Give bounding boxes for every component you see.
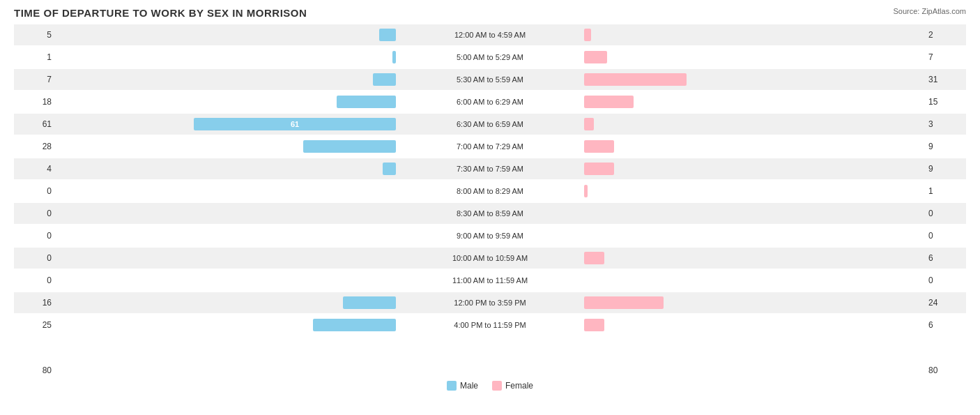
bars-area: 7:00 AM to 7:29 AM [56,136,924,157]
bars-area: 12:00 AM to 4:59 AM [56,24,924,45]
bars-area: 4:00 PM to 11:59 PM [56,315,924,335]
female-value: 6 [924,320,966,330]
source-text: Source: ZipAtlas.com [893,7,966,15]
time-label: 10:00 AM to 10:59 AM [452,254,528,262]
time-label: 8:00 AM to 8:29 AM [457,187,523,195]
bars-area: 8:00 AM to 8:29 AM [56,181,924,202]
male-bar-container [56,225,490,246]
male-value: 0 [14,209,56,218]
time-label: 6:30 AM to 6:59 AM [457,120,523,128]
chart-row: 287:00 AM to 7:29 AM9 [14,136,966,157]
time-label: 12:00 PM to 3:59 PM [454,299,526,307]
bars-area: 6:00 AM to 6:29 AM [56,91,924,112]
male-value: 0 [14,186,56,196]
time-label: 6:00 AM to 6:29 AM [457,98,523,106]
male-bar-container [56,47,490,68]
female-bar [584,252,604,264]
female-bar [584,73,687,86]
time-label: 11:00 AM to 11:59 AM [452,276,528,285]
bars-area: 616:30 AM to 6:59 AM [56,114,924,135]
time-label: 8:30 AM to 8:59 AM [457,209,523,218]
male-bar [343,296,396,309]
male-value: 5 [14,30,56,40]
time-label: 5:00 AM to 5:29 AM [457,53,523,61]
male-value: 0 [14,276,56,285]
male-bar [373,73,396,86]
male-bar-container [56,24,490,45]
male-value: 0 [14,253,56,263]
male-bar-container [56,203,490,224]
male-value: 25 [14,320,56,330]
female-bar [584,140,614,153]
female-bar [584,185,588,197]
male-bar-container [56,136,490,157]
female-bar-container [490,315,924,335]
female-value: 24 [924,298,966,308]
female-value: 15 [924,97,966,107]
male-bar [379,29,396,41]
bars-area: 11:00 AM to 11:59 AM [56,270,924,291]
female-bar-container [490,24,924,45]
male-bar [383,163,396,175]
axis-center-spacer [56,365,924,375]
chart-area: 512:00 AM to 4:59 AM215:00 AM to 5:29 AM… [14,24,966,363]
chart-container: TIME OF DEPARTURE TO WORK BY SEX IN MORR… [0,0,980,415]
female-bar-container [490,47,924,68]
female-bar [584,163,614,175]
female-value: 9 [924,164,966,174]
female-bar-container [490,158,924,179]
female-bar-container [490,225,924,246]
legend-female: Female [492,381,533,391]
female-bar [584,296,664,309]
legend-female-label: Female [505,381,533,391]
bars-area: 7:30 AM to 7:59 AM [56,158,924,179]
legend-female-box [492,381,502,391]
male-bar: 61 [194,118,396,130]
axis-left-label: 80 [14,365,56,375]
male-bar-container [56,315,490,335]
female-bar [584,96,634,108]
female-value: 1 [924,186,966,196]
male-bar [313,319,396,331]
female-bar [584,29,591,41]
male-value: 61 [14,119,56,129]
female-value: 7 [924,52,966,62]
bar-inner-label: 61 [291,120,299,128]
chart-row: 010:00 AM to 10:59 AM6 [14,248,966,269]
male-bar-container [56,270,490,291]
female-bar [584,118,594,130]
male-bar-container [56,248,490,269]
female-bar-container [490,181,924,202]
female-bar-container [490,114,924,135]
male-bar-container [56,69,490,90]
axis-right-label: 80 [924,365,966,375]
male-bar-container [56,181,490,202]
male-bar [337,96,397,108]
bars-area: 10:00 AM to 10:59 AM [56,248,924,269]
chart-row: 15:00 AM to 5:29 AM7 [14,47,966,68]
female-bar-container [490,270,924,291]
time-label: 4:00 PM to 11:59 PM [454,321,526,329]
male-bar-container: 61 [56,114,490,135]
male-bar-container [56,158,490,179]
male-value: 1 [14,52,56,62]
female-bar-container [490,91,924,112]
chart-row: 47:30 AM to 7:59 AM9 [14,158,966,179]
female-bar-container [490,203,924,224]
female-bar-container [490,136,924,157]
chart-row: 254:00 PM to 11:59 PM6 [14,315,966,335]
bars-area: 5:00 AM to 5:29 AM [56,47,924,68]
female-value: 0 [924,209,966,218]
bars-area: 5:30 AM to 5:59 AM [56,69,924,90]
bars-area: 8:30 AM to 8:59 AM [56,203,924,224]
male-bar-container [56,292,490,313]
bars-area: 12:00 PM to 3:59 PM [56,292,924,313]
female-value: 3 [924,119,966,129]
legend-male-box [447,381,457,391]
chart-row: 1612:00 PM to 3:59 PM24 [14,292,966,313]
male-value: 28 [14,142,56,151]
female-bar-container [490,69,924,90]
chart-row: 512:00 AM to 4:59 AM2 [14,24,966,45]
male-bar-container [56,91,490,112]
male-bar [303,140,396,153]
